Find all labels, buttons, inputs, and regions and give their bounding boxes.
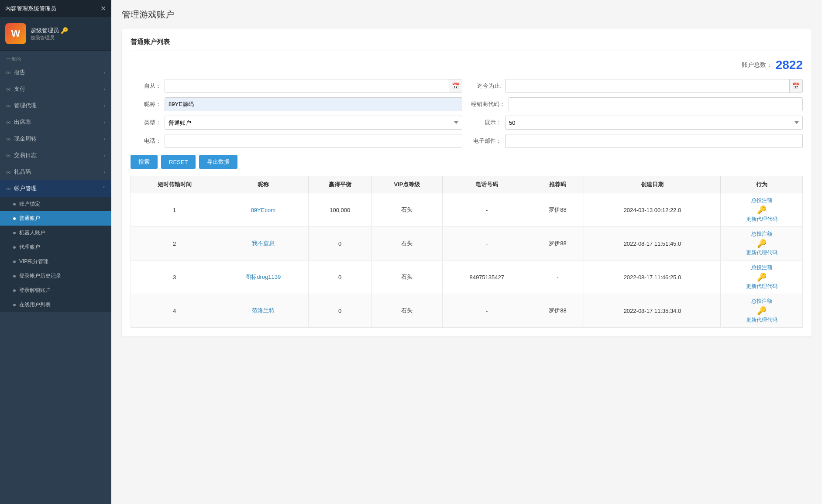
- nickname-link[interactable]: 89YEcom: [251, 207, 275, 213]
- sidebar-item-robot-account[interactable]: 机器人账户: [0, 226, 111, 240]
- table-row: 4 范洛兰特 0 石头 - 罗伊88 2022-08-17 11:35:34.0…: [131, 294, 803, 328]
- sidebar-item-payment[interactable]: ∞ 支付 ›: [0, 81, 111, 97]
- close-button[interactable]: ✕: [100, 4, 106, 13]
- type-select[interactable]: 普通账户 机器人账户 代理账户: [165, 116, 462, 130]
- action-total-link[interactable]: 总投注额: [751, 197, 772, 204]
- user-info: 超级管理员 🔑 超级管理员: [31, 27, 68, 41]
- from-label: 自从：: [131, 82, 161, 90]
- sidebar-item-account-mgmt[interactable]: ∞ 帐户管理 ˅: [0, 180, 111, 197]
- dealer-code-input[interactable]: [509, 97, 803, 111]
- manage-agent-icon: ∞: [6, 102, 10, 109]
- type-label: 类型：: [131, 119, 161, 127]
- col-header-phone: 电话号码: [443, 176, 531, 193]
- sidebar-item-login-unlock[interactable]: 登录解锁账户: [0, 283, 111, 298]
- sidebar-item-vip-points[interactable]: VIP积分管理: [0, 254, 111, 269]
- sidebar-item-reports[interactable]: ∞ 报告 ›: [0, 64, 111, 81]
- cell-action: 总投注额 🔑 更新代理代码: [721, 193, 803, 227]
- user-role: 超级管理员: [31, 34, 68, 41]
- reports-icon: ∞: [6, 69, 10, 76]
- from-date-input[interactable]: [165, 79, 449, 93]
- cell-created: 2024-03-13 00:12:22.0: [584, 193, 721, 227]
- cell-referral: 罗伊88: [531, 294, 584, 328]
- to-date-input[interactable]: [506, 79, 789, 93]
- nickname-link[interactable]: 我不窒息: [252, 240, 275, 247]
- action-update-link[interactable]: 更新代理代码: [746, 316, 777, 324]
- email-input[interactable]: [505, 134, 803, 148]
- col-header-balance: 赢得平衡: [308, 176, 371, 193]
- sidebar-item-agent-account[interactable]: 代理账户: [0, 240, 111, 254]
- col-header-created: 创建日期: [584, 176, 721, 193]
- action-update-link[interactable]: 更新代理代码: [746, 249, 777, 257]
- cell-num: 2: [131, 227, 218, 261]
- nickname-input[interactable]: [165, 97, 462, 111]
- cell-nickname: 89YEcom: [218, 193, 308, 227]
- sub-dot-icon: [13, 275, 16, 278]
- col-header-num: 短时传输时间: [131, 176, 218, 193]
- sidebar-item-account-lock[interactable]: 账户锁定: [0, 197, 111, 211]
- account-mgmt-icon: ∞: [6, 185, 10, 192]
- to-calendar-icon[interactable]: 📅: [789, 79, 802, 93]
- search-button[interactable]: 搜索: [131, 155, 158, 169]
- cell-referral: 罗伊88: [531, 193, 584, 227]
- chevron-icon: ›: [103, 70, 105, 75]
- section-label: 一般的: [0, 51, 111, 64]
- sub-dot-icon: [13, 246, 16, 249]
- sidebar-item-manage-agent[interactable]: ∞ 管理代理 ›: [0, 97, 111, 114]
- sidebar-item-attendance[interactable]: ∞ 出席率 ›: [0, 114, 111, 130]
- phone-input[interactable]: [165, 134, 462, 148]
- from-row: 自从： 📅: [131, 79, 462, 93]
- sub-dot-icon: [13, 261, 16, 263]
- type-row: 类型： 普通账户 机器人账户 代理账户: [131, 116, 462, 130]
- cell-vip: 石头: [371, 193, 442, 227]
- display-label: 展示：: [471, 119, 502, 127]
- sidebar: 内容管理系统管理员 ✕ W 超级管理员 🔑 超级管理员 一般的 ∞ 报告 › ∞…: [0, 0, 111, 504]
- main-content: 管理游戏账户 普通账户列表 账户总数： 2822 自从： 📅 迄今为止: 📅: [111, 0, 822, 504]
- data-table: 短时传输时间 昵称 赢得平衡 VIP点等级 电话号码 推荐码 创建日期 行为 1…: [131, 176, 803, 328]
- filter-form: 自从： 📅 迄今为止: 📅 昵称： 经销商代码：: [131, 79, 803, 148]
- chevron-icon: ›: [103, 153, 105, 158]
- col-header-referral: 推荐码: [531, 176, 584, 193]
- sidebar-item-gift-code[interactable]: ∞ 礼品码 ›: [0, 164, 111, 180]
- total-count: 2822: [776, 58, 803, 72]
- action-total-link[interactable]: 总投注额: [751, 230, 772, 238]
- chevron-icon: ›: [103, 86, 105, 92]
- cell-num: 4: [131, 294, 218, 328]
- sidebar-item-label: 现金周转: [14, 135, 37, 143]
- export-button[interactable]: 导出数据: [199, 155, 237, 169]
- key-icon: 🔑: [757, 306, 767, 315]
- user-section: W 超级管理员 🔑 超级管理员: [0, 17, 111, 51]
- total-row: 账户总数： 2822: [131, 58, 803, 72]
- chevron-icon: ›: [103, 120, 105, 125]
- display-select[interactable]: 50 100 200: [505, 116, 803, 130]
- cell-nickname: 我不窒息: [218, 227, 308, 261]
- cell-phone: -: [443, 294, 531, 328]
- sidebar-item-login-history[interactable]: 登录帐户历史记录: [0, 269, 111, 283]
- cell-created: 2022-08-17 11:51:45.0: [584, 227, 721, 261]
- phone-label: 电话：: [131, 137, 161, 145]
- nickname-link[interactable]: 图标drog1139: [245, 274, 281, 280]
- reset-button[interactable]: RESET: [161, 155, 196, 169]
- cell-balance: 0: [308, 227, 371, 261]
- sidebar-item-online-users[interactable]: 在线用户列表: [0, 298, 111, 312]
- cell-action: 总投注额 🔑 更新代理代码: [721, 294, 803, 328]
- sidebar-item-label: 管理代理: [14, 102, 37, 110]
- sidebar-item-cash-flow[interactable]: ∞ 现金周转 ›: [0, 130, 111, 147]
- from-date-wrap: 📅: [165, 79, 462, 93]
- sidebar-item-normal-account[interactable]: 普通账户: [0, 211, 111, 226]
- table-row: 1 89YEcom 100,000 石头 - 罗伊88 2024-03-13 0…: [131, 193, 803, 227]
- chevron-icon: ›: [103, 136, 105, 141]
- action-update-link[interactable]: 更新代理代码: [746, 216, 777, 223]
- key-icon: 🔑: [757, 205, 767, 215]
- nickname-link[interactable]: 范洛兰特: [252, 307, 275, 314]
- button-row: 搜索 RESET 导出数据: [131, 155, 803, 169]
- action-total-link[interactable]: 总投注额: [751, 298, 772, 305]
- from-calendar-icon[interactable]: 📅: [449, 79, 462, 93]
- dealer-code-label: 经销商代码：: [471, 100, 505, 108]
- action-total-link[interactable]: 总投注额: [751, 264, 772, 271]
- action-update-link[interactable]: 更新代理代码: [746, 283, 777, 290]
- cell-created: 2022-08-17 11:46:25.0: [584, 261, 721, 294]
- sidebar-item-trade-log[interactable]: ∞ 交易日志 ›: [0, 147, 111, 164]
- cell-action: 总投注额 🔑 更新代理代码: [721, 227, 803, 261]
- cell-phone: -: [443, 227, 531, 261]
- dealer-code-row: 经销商代码：: [471, 97, 803, 111]
